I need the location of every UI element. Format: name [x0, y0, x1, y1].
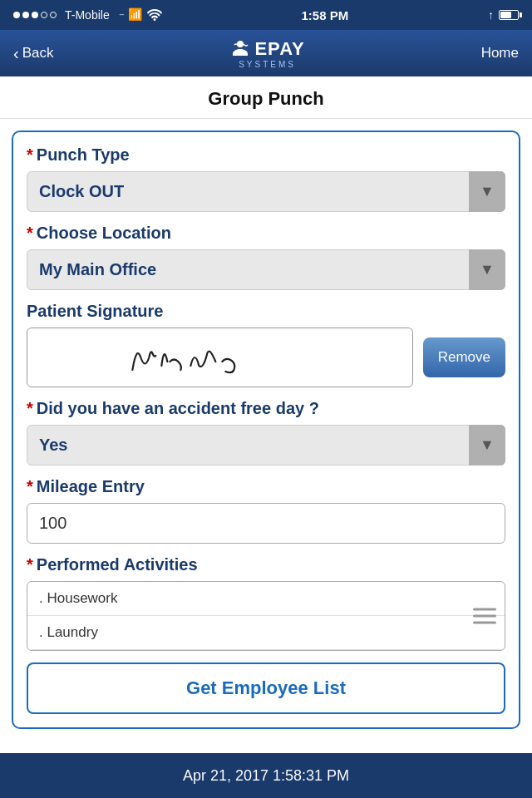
- signal-dots: [13, 12, 57, 18]
- accident-free-group: * Did you have an accident free day ? Ye…: [27, 399, 505, 466]
- location-value[interactable]: My Main Office: [27, 249, 505, 290]
- accident-free-value[interactable]: Yes: [27, 425, 505, 466]
- dot-4: [41, 12, 47, 18]
- wifi-icon: ﹣📶: [116, 7, 142, 22]
- punch-type-label: * Punch Type: [27, 145, 505, 165]
- location-required: *: [27, 224, 33, 243]
- back-chevron-icon: ‹: [13, 44, 19, 63]
- dot-1: [13, 12, 20, 18]
- scroll-line-3: [473, 622, 496, 624]
- carrier-label: T-Mobile: [65, 8, 110, 22]
- dot-5: [50, 12, 57, 18]
- back-button[interactable]: ‹ Back: [13, 44, 53, 63]
- form-container: * Punch Type Clock OUT ▼ * Choose Locati…: [12, 131, 520, 729]
- nav-bar: ‹ Back EPAY SYSTEMS Home: [0, 30, 532, 76]
- mileage-required: *: [27, 477, 33, 496]
- status-time: 1:58 PM: [301, 8, 348, 22]
- punch-type-value[interactable]: Clock OUT: [27, 171, 505, 212]
- mileage-group: * Mileage Entry: [27, 477, 505, 544]
- epay-logo: EPAY SYSTEMS: [229, 38, 304, 69]
- dot-3: [32, 12, 38, 18]
- status-bar: T-Mobile ﹣📶 1:58 PM ↑: [0, 0, 532, 30]
- logo-person-icon: [229, 38, 251, 60]
- activities-required: *: [27, 555, 33, 574]
- activity-housework-text: . Housework: [39, 590, 117, 606]
- activity-laundry-text: . Laundry: [39, 624, 98, 640]
- activities-list: . Housework . Laundry: [27, 581, 505, 651]
- location-icon: ↑: [488, 8, 494, 22]
- location-label: * Choose Location: [27, 224, 505, 243]
- accident-free-select-wrapper[interactable]: Yes ▼: [27, 425, 505, 466]
- logo-text: EPAY: [229, 38, 304, 60]
- bottom-bar: Apr 21, 2017 1:58:31 PM: [0, 753, 532, 798]
- signature-row: Remove: [27, 328, 505, 387]
- wifi-svg-icon: [147, 9, 162, 21]
- accident-free-chevron-icon[interactable]: ▼: [469, 425, 505, 466]
- status-left: T-Mobile ﹣📶: [13, 7, 162, 22]
- dot-2: [22, 12, 29, 18]
- logo-epay-text: EPAY: [254, 38, 304, 60]
- battery-icon: [499, 10, 519, 20]
- activities-label: * Performed Activities: [27, 555, 505, 574]
- timestamp-label: Apr 21, 2017 1:58:31 PM: [183, 767, 349, 785]
- scroll-line-1: [473, 608, 496, 611]
- punch-type-chevron-icon[interactable]: ▼: [469, 171, 505, 212]
- get-employee-list-button[interactable]: Get Employee List: [27, 663, 505, 714]
- activity-item-housework: . Housework: [27, 582, 505, 616]
- punch-type-select-wrapper[interactable]: Clock OUT ▼: [27, 171, 505, 212]
- scroll-handle: [473, 608, 496, 624]
- accident-free-required: *: [27, 399, 33, 418]
- location-group: * Choose Location My Main Office ▼: [27, 224, 505, 290]
- battery-fill: [500, 12, 511, 18]
- mileage-label: * Mileage Entry: [27, 477, 505, 496]
- accident-free-label: * Did you have an accident free day ?: [27, 399, 505, 418]
- signature-group: Patient Signature Remove: [27, 302, 505, 387]
- back-label: Back: [22, 45, 54, 62]
- location-chevron-icon[interactable]: ▼: [469, 249, 505, 290]
- signature-box[interactable]: [27, 328, 413, 387]
- main-content: * Punch Type Clock OUT ▼ * Choose Locati…: [0, 119, 532, 754]
- status-right: ↑: [488, 8, 519, 22]
- mileage-input[interactable]: [27, 503, 505, 544]
- scroll-line-2: [473, 615, 496, 618]
- home-button[interactable]: Home: [481, 45, 519, 62]
- signature-drawing: [27, 328, 412, 387]
- signature-label: Patient Signature: [27, 302, 505, 321]
- page-title: Group Punch: [0, 76, 532, 119]
- location-select-wrapper[interactable]: My Main Office ▼: [27, 249, 505, 290]
- activities-group: * Performed Activities . Housework . Lau…: [27, 555, 505, 651]
- activity-item-laundry: . Laundry: [27, 616, 505, 650]
- remove-signature-button[interactable]: Remove: [423, 337, 505, 377]
- logo-sub-text: SYSTEMS: [239, 60, 296, 69]
- punch-type-group: * Punch Type Clock OUT ▼: [27, 145, 505, 212]
- punch-type-required: *: [27, 145, 33, 165]
